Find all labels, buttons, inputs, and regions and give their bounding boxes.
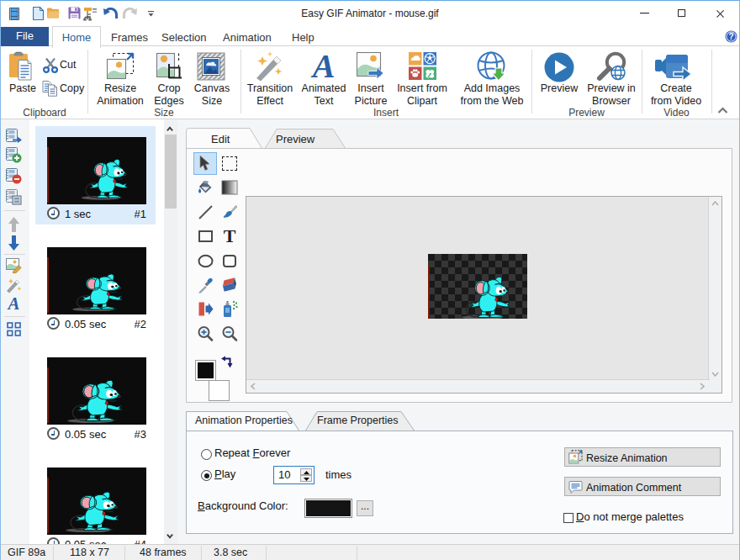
svg-text:?: ?	[728, 32, 733, 41]
svg-text:A: A	[310, 52, 336, 80]
svg-text:A: A	[7, 296, 20, 311]
svg-text:T: T	[224, 228, 236, 245]
